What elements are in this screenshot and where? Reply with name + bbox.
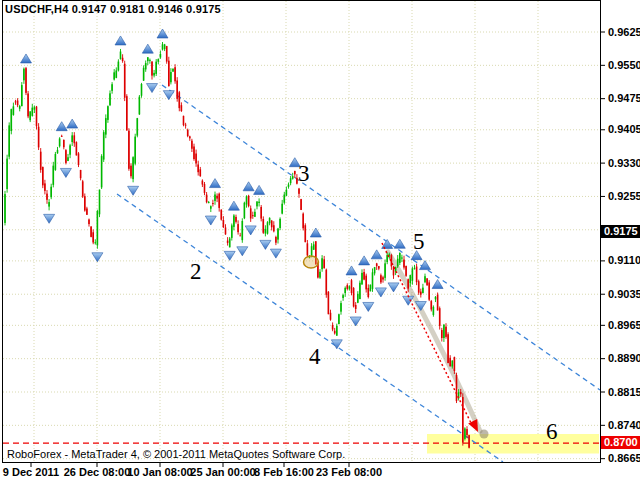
price-tick-label: 0.8665 [608, 452, 640, 464]
price-tick-label: 0.9550 [608, 59, 640, 71]
wave-label-6: 6 [546, 420, 558, 443]
fractal-up-icon [21, 54, 32, 63]
fractal-up-icon [56, 122, 67, 131]
fractal-down-icon [245, 226, 256, 235]
price-tick-label: 0.9330 [608, 157, 640, 169]
price-tick-label: 0.8890 [608, 352, 640, 364]
fractal-up-icon [359, 256, 370, 265]
fractal-down-icon [388, 283, 399, 292]
wave-label-2: 2 [190, 260, 202, 283]
fractal-down-icon [270, 249, 281, 258]
fractal-up-icon [346, 266, 357, 275]
fractal-up-icon [394, 239, 405, 248]
shadow-stroke [388, 252, 489, 439]
fractal-down-icon [147, 84, 158, 93]
grid-layer [3, 1, 600, 462]
fractal-up-icon [142, 44, 153, 53]
fractal-down-icon [350, 317, 361, 326]
time-tick-label: 9 Dec 2011 [3, 466, 59, 478]
fractal-down-icon [363, 302, 374, 311]
fractal-down-icon [44, 214, 55, 223]
fractal-up-icon [157, 29, 168, 38]
fractal-up-icon [243, 182, 254, 191]
price-tick-label: 0.8740 [608, 419, 640, 431]
target-price-badge: 0.8700 [601, 436, 640, 449]
highlight-circle[interactable] [304, 256, 319, 268]
wave-label-3: 3 [298, 162, 310, 185]
fractal-down-icon [224, 251, 235, 260]
fractal-up-icon [67, 119, 78, 128]
fractal-up-icon [254, 185, 265, 194]
price-tick-label: 0.8965 [608, 319, 640, 331]
fractal-up-icon [115, 36, 126, 45]
price-tick-label: 0.9255 [608, 190, 640, 202]
price-tick-label: 0.8815 [608, 386, 640, 398]
fractal-down-icon [60, 168, 71, 177]
price-tick-label: 0.9625 [608, 26, 640, 38]
lower-channel-line[interactable] [117, 194, 503, 462]
wave-label-4: 4 [309, 345, 321, 368]
wave-label-5: 5 [413, 230, 425, 253]
price-tick-label: 0.9475 [608, 92, 640, 104]
time-tick-label: 23 Feb 08:00 [316, 466, 382, 478]
time-tick-label: 25 Jan 00:00 [190, 466, 255, 478]
fractal-up-icon [310, 228, 321, 237]
chart-canvas[interactable] [0, 0, 640, 480]
fractal-up-icon [210, 179, 221, 188]
fractal-down-icon [237, 247, 248, 256]
fractal-up-icon [382, 239, 393, 248]
fractal-down-icon [375, 288, 386, 297]
fractals-layer [21, 29, 444, 349]
price-tick-label: 0.9405 [608, 123, 640, 135]
time-tick-label: 10 Jan 08:00 [127, 466, 192, 478]
copyright-text: RoboForex - MetaTrader 4, © 2001-2011 Me… [7, 448, 345, 460]
chart-title: USDCHF,H4 0.9147 0.9181 0.9146 0.9175 [5, 3, 221, 15]
fractal-down-icon [205, 216, 216, 225]
fractal-up-icon [432, 280, 443, 289]
time-tick-label: 26 Dec 08:00 [64, 466, 131, 478]
fractal-down-icon [128, 186, 139, 195]
current-price-badge: 0.9175 [601, 225, 640, 238]
price-tick-label: 0.9110 [608, 254, 640, 266]
fractal-down-icon [163, 91, 174, 100]
price-tick-label: 0.9035 [608, 288, 640, 300]
time-tick-label: 8 Feb 16:00 [254, 466, 314, 478]
fractal-up-icon [371, 250, 382, 259]
fractal-down-icon [260, 240, 271, 249]
fractal-up-icon [228, 201, 239, 210]
